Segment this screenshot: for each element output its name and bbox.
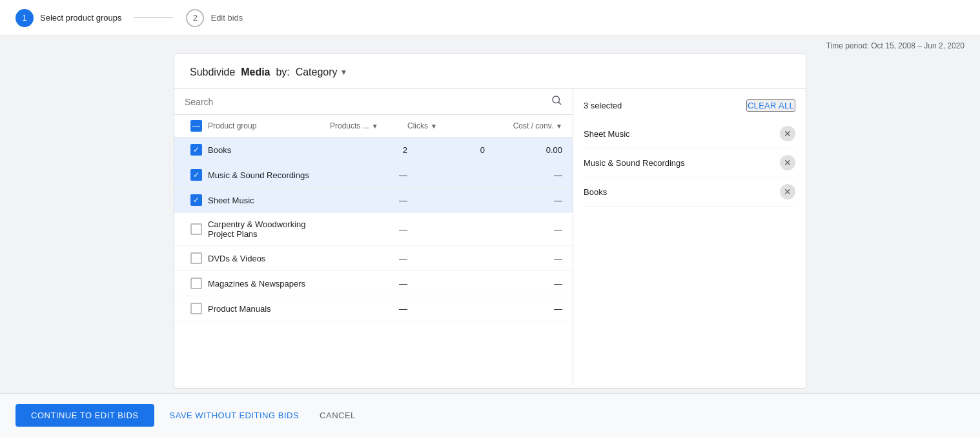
row-checkbox-magazines[interactable] bbox=[185, 278, 208, 289]
row-products-magazines: — bbox=[330, 279, 407, 289]
row-label-magazines: Magazines & Newspapers bbox=[208, 279, 330, 289]
cost-sort-icon: ▼ bbox=[556, 123, 562, 130]
checkbox-carpentry[interactable] bbox=[190, 223, 202, 235]
selected-item-label: Music & Sound Recordings bbox=[584, 158, 685, 168]
th-products[interactable]: Products ... ▼ bbox=[330, 121, 407, 130]
products-sort-icon: ▼ bbox=[372, 123, 378, 130]
checkbox-books[interactable]: ✓ bbox=[190, 144, 202, 156]
checkbox-music-sound[interactable]: ✓ bbox=[190, 169, 202, 181]
remove-item-button[interactable]: ✕ bbox=[780, 155, 795, 170]
row-cost-product-manuals: — bbox=[485, 304, 562, 314]
step-1-circle: 1 bbox=[15, 9, 34, 27]
selected-item-label: Sheet Music bbox=[584, 129, 630, 139]
table-row[interactable]: ✓Sheet Music—— bbox=[174, 188, 573, 213]
table-header: — Product group Products ... ▼ Clicks ▼ … bbox=[174, 115, 573, 137]
search-input[interactable] bbox=[185, 97, 546, 107]
row-products-books: 2 bbox=[330, 145, 407, 155]
table-row[interactable]: Product Manuals—— bbox=[174, 296, 573, 321]
table-row[interactable]: ✓Books200.00 bbox=[174, 137, 573, 163]
selected-item: Books✕ bbox=[584, 178, 795, 207]
stepper-step-1: 1 Select product groups bbox=[15, 9, 121, 27]
row-clicks-books: 0 bbox=[407, 145, 485, 155]
chevron-down-icon: ▼ bbox=[340, 68, 348, 77]
row-cost-books: 0.00 bbox=[485, 145, 562, 155]
continue-to-edit-bids-button[interactable]: CONTINUE TO EDIT BIDS bbox=[15, 404, 154, 427]
subdivide-prefix: Subdivide bbox=[190, 66, 235, 77]
clear-all-button[interactable]: CLEAR ALL bbox=[746, 99, 795, 112]
checkbox-product-manuals[interactable] bbox=[190, 303, 202, 314]
row-checkbox-product-manuals[interactable] bbox=[185, 303, 208, 314]
header-checkbox[interactable]: — bbox=[185, 120, 208, 132]
row-checkbox-books[interactable]: ✓ bbox=[185, 144, 208, 156]
selected-item-label: Books bbox=[584, 187, 607, 197]
checkbox-sheet-music[interactable]: ✓ bbox=[190, 194, 202, 206]
step-1-label: Select product groups bbox=[40, 13, 121, 23]
main-content: Subdivide Media by: Category ▼ bbox=[0, 53, 980, 389]
table-body: ✓Books200.00✓Music & Sound Recordings——✓… bbox=[174, 137, 573, 386]
card-header: Subdivide Media by: Category ▼ bbox=[174, 54, 806, 89]
clicks-sort-icon: ▼ bbox=[431, 123, 437, 130]
th-cost-conv[interactable]: Cost / conv. ▼ bbox=[485, 121, 562, 130]
row-products-sheet-music: — bbox=[330, 196, 407, 205]
right-panel: 3 selected CLEAR ALL Sheet Music✕Music &… bbox=[573, 89, 806, 386]
remove-item-button[interactable]: ✕ bbox=[780, 126, 795, 141]
card-body: — Product group Products ... ▼ Clicks ▼ … bbox=[174, 89, 806, 386]
selected-items-list: Sheet Music✕Music & Sound Recordings✕Boo… bbox=[584, 119, 795, 207]
row-label-product-manuals: Product Manuals bbox=[208, 304, 330, 314]
search-icon bbox=[551, 94, 562, 109]
right-header: 3 selected CLEAR ALL bbox=[584, 99, 795, 112]
table-row[interactable]: Carpentry & Woodworking Project Plans—— bbox=[174, 213, 573, 246]
cancel-button[interactable]: CANCEL bbox=[314, 404, 361, 427]
stepper-step-2: 2 Edit bids bbox=[186, 9, 243, 27]
stepper-bar: 1 Select product groups 2 Edit bids bbox=[0, 0, 980, 36]
selected-count: 3 selected bbox=[584, 101, 622, 110]
row-label-sheet-music: Sheet Music bbox=[208, 196, 330, 205]
checkbox-magazines[interactable] bbox=[190, 278, 202, 289]
table-row[interactable]: DVDs & Videos—— bbox=[174, 246, 573, 271]
row-cost-carpentry: — bbox=[485, 225, 562, 234]
product-groups-card: Subdivide Media by: Category ▼ bbox=[174, 53, 806, 389]
subdivide-value: Category bbox=[296, 66, 338, 78]
row-products-dvds-videos: — bbox=[330, 254, 407, 263]
subdivide-bold: Media bbox=[241, 66, 270, 77]
select-all-checkbox[interactable]: — bbox=[190, 120, 202, 132]
row-checkbox-sheet-music[interactable]: ✓ bbox=[185, 194, 208, 206]
save-without-editing-button[interactable]: SAVE WITHOUT EDITING BIDS bbox=[165, 404, 305, 427]
search-bar bbox=[174, 89, 573, 115]
checkbox-dvds-videos[interactable] bbox=[190, 252, 202, 264]
row-checkbox-music-sound[interactable]: ✓ bbox=[185, 169, 208, 181]
row-products-carpentry: — bbox=[330, 225, 407, 234]
step-1-number: 1 bbox=[22, 13, 26, 23]
left-panel: — Product group Products ... ▼ Clicks ▼ … bbox=[174, 89, 573, 386]
row-label-music-sound: Music & Sound Recordings bbox=[208, 170, 330, 180]
row-cost-magazines: — bbox=[485, 279, 562, 289]
step-2-number: 2 bbox=[193, 13, 198, 23]
step-connector bbox=[134, 17, 173, 18]
th-clicks[interactable]: Clicks ▼ bbox=[407, 121, 485, 130]
row-label-books: Books bbox=[208, 145, 330, 155]
subdivide-by: by: bbox=[276, 66, 289, 77]
th-product-group: Product group bbox=[208, 121, 330, 130]
row-checkbox-dvds-videos[interactable] bbox=[185, 252, 208, 264]
table-row[interactable]: ✓Music & Sound Recordings—— bbox=[174, 163, 573, 188]
step-2-label: Edit bids bbox=[210, 13, 243, 23]
selected-item: Music & Sound Recordings✕ bbox=[584, 148, 795, 178]
svg-line-1 bbox=[558, 102, 560, 104]
row-label-dvds-videos: DVDs & Videos bbox=[208, 254, 330, 263]
time-period: Time period: Oct 15, 2008 – Jun 2, 2020 bbox=[0, 36, 980, 53]
row-cost-music-sound: — bbox=[485, 170, 562, 180]
table-row[interactable]: Magazines & Newspapers—— bbox=[174, 271, 573, 296]
row-cost-sheet-music: — bbox=[485, 196, 562, 205]
row-label-carpentry: Carpentry & Woodworking Project Plans bbox=[208, 219, 330, 239]
footer: CONTINUE TO EDIT BIDS SAVE WITHOUT EDITI… bbox=[0, 393, 980, 437]
row-products-product-manuals: — bbox=[330, 304, 407, 314]
indeterminate-mark: — bbox=[192, 122, 200, 130]
selected-item: Sheet Music✕ bbox=[584, 119, 795, 148]
row-cost-dvds-videos: — bbox=[485, 254, 562, 263]
row-checkbox-carpentry[interactable] bbox=[185, 223, 208, 235]
subdivide-dropdown[interactable]: Category ▼ bbox=[296, 66, 348, 78]
row-products-music-sound: — bbox=[330, 170, 407, 180]
step-2-circle: 2 bbox=[186, 9, 204, 27]
remove-item-button[interactable]: ✕ bbox=[780, 184, 795, 199]
